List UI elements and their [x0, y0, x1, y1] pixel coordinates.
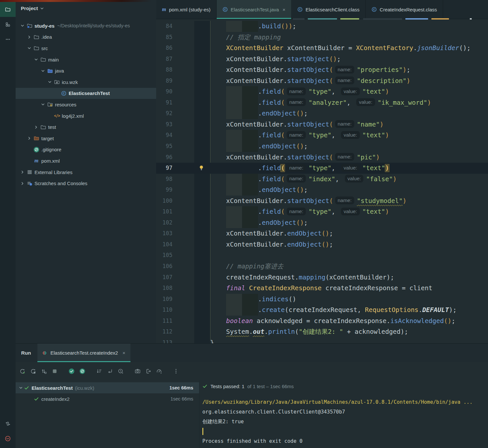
tree-item[interactable]: resources: [16, 99, 156, 110]
code-line[interactable]: 93xContentBuilder.startObject(name:"name…: [156, 119, 488, 130]
code-line[interactable]: 103xContentBuilder.endObject();: [156, 228, 488, 239]
code-line[interactable]: 96xContentBuilder.startObject(name:"pic"…: [156, 152, 488, 163]
screenshot-icon[interactable]: [134, 367, 142, 375]
gutter[interactable]: 106: [156, 261, 194, 272]
code-line[interactable]: 102.endObject();: [156, 217, 488, 228]
chevron-right-icon[interactable]: [33, 125, 40, 130]
code-line[interactable]: 85// 指定 mapping: [156, 32, 488, 43]
editor-tab[interactable]: CElasticsearchTest.java×: [217, 0, 291, 19]
code-line[interactable]: 91.field(name:"analyzer", value:"ik_max_…: [156, 97, 488, 108]
close-icon[interactable]: ×: [282, 7, 285, 12]
code-line[interactable]: 97.field(name:"type", value:"text"): [156, 163, 488, 174]
code-line[interactable]: 112System.out.println("创建结果2: " + acknow…: [156, 326, 488, 337]
tree-item[interactable]: java: [16, 65, 156, 76]
gutter[interactable]: 97: [156, 163, 194, 174]
tree-item[interactable]: test: [16, 121, 156, 133]
gutter[interactable]: 88: [156, 64, 194, 75]
code-line[interactable]: 110.create(createIndexRequest, RequestOp…: [156, 305, 488, 316]
chevron-right-icon[interactable]: [26, 34, 33, 40]
gutter[interactable]: 94: [156, 130, 194, 141]
chevron-down-icon[interactable]: [19, 23, 26, 28]
editor-area[interactable]: mpom.xml (study-es)CElasticsearchTest.ja…: [156, 0, 488, 343]
rerun-tests-icon[interactable]: [19, 367, 26, 375]
code-line[interactable]: 107createIndexRequest.mapping(xContentBu…: [156, 272, 488, 283]
gutter[interactable]: 99: [156, 184, 194, 196]
intention-bulb-icon[interactable]: [198, 165, 204, 171]
chevron-down-icon[interactable]: [39, 68, 47, 74]
editor-tab[interactable]: CCreateIndexRequest.class: [366, 0, 443, 19]
gutter[interactable]: 107: [156, 272, 194, 283]
project-panel-header[interactable]: Project: [16, 0, 156, 17]
tree-item[interactable]: Scratches and Consoles: [16, 178, 156, 189]
tree-item[interactable]: </>log4j2.xml: [16, 110, 156, 122]
gutter[interactable]: 100: [156, 196, 194, 207]
more-options-icon[interactable]: [172, 367, 180, 375]
sort-by-duration-icon[interactable]: [95, 367, 103, 375]
gutter[interactable]: 104: [156, 239, 194, 250]
test-result-row[interactable]: createIndex21sec 66ms: [16, 393, 199, 404]
gutter[interactable]: 93: [156, 119, 194, 130]
code-line[interactable]: 99.endObject();: [156, 184, 488, 196]
code-line[interactable]: 89xContentBuilder.startObject(name:"desc…: [156, 75, 488, 87]
code-line[interactable]: 95.endObject();: [156, 141, 488, 152]
tree-item[interactable]: target: [16, 133, 156, 144]
close-icon[interactable]: ×: [123, 350, 126, 356]
test-result-row[interactable]: ElasticsearchTest(icu.wzk)1sec 66ms: [16, 382, 199, 393]
code-line[interactable]: 86XContentBuilder xContentBuilder = XCon…: [156, 43, 488, 54]
code-line[interactable]: 104xContentBuilder.endObject();: [156, 239, 488, 250]
code-line[interactable]: 87xContentBuilder.startObject();: [156, 54, 488, 65]
run-config-tab[interactable]: ElasticsearchTest.createIndex2 ×: [37, 344, 130, 362]
tree-item[interactable]: icu.wzk: [16, 76, 156, 88]
gutter[interactable]: 91: [156, 97, 194, 108]
import-tests-icon[interactable]: [144, 367, 152, 375]
gutter[interactable]: 87: [156, 54, 194, 65]
gutter[interactable]: 109: [156, 294, 194, 305]
code-line[interactable]: 94.field(name:"type", value:"text"): [156, 130, 488, 141]
code-line[interactable]: 100xContentBuilder.startObject(name:"stu…: [156, 196, 488, 207]
gutter[interactable]: 112: [156, 326, 194, 337]
chevron-down-icon[interactable]: [46, 79, 53, 85]
more-tool-windows-icon[interactable]: [0, 32, 16, 47]
project-tool-icon[interactable]: [0, 2, 16, 17]
code-line[interactable]: 84.build());: [156, 21, 488, 32]
chevron-down-icon[interactable]: [26, 46, 33, 51]
gutter[interactable]: 90: [156, 86, 194, 97]
tree-item[interactable]: External Libraries: [16, 167, 156, 178]
gutter[interactable]: 105: [156, 250, 194, 261]
tree-item[interactable]: mpom.xml: [16, 155, 156, 167]
coverage-icon[interactable]: [155, 367, 163, 375]
gutter[interactable]: 103: [156, 228, 194, 239]
gutter[interactable]: 89: [156, 75, 194, 87]
gutter[interactable]: 95: [156, 141, 194, 152]
tree-item[interactable]: study-es~/Desktop/intellij/study-es/stud…: [16, 20, 156, 32]
code-line[interactable]: 108final CreateIndexResponse createIndex…: [156, 283, 488, 294]
gutter[interactable]: 92: [156, 108, 194, 119]
chevron-down-icon[interactable]: [39, 102, 47, 107]
gutter[interactable]: 84: [156, 21, 194, 32]
chevron-right-icon[interactable]: [19, 181, 26, 186]
gutter[interactable]: 96: [156, 152, 194, 163]
code-line[interactable]: 111boolean acknowledged = createIndexRes…: [156, 316, 488, 327]
code-line[interactable]: 92.endObject();: [156, 108, 488, 119]
tree-item[interactable]: .idea: [16, 32, 156, 43]
tree-item[interactable]: CElasticsearchTest: [16, 88, 156, 99]
gutter[interactable]: 102: [156, 217, 194, 228]
gutter[interactable]: 110: [156, 305, 194, 316]
gutter[interactable]: 98: [156, 174, 194, 185]
code-line[interactable]: 98.field(name:"index", value:"false"): [156, 174, 488, 185]
test-history-icon[interactable]: [117, 367, 125, 375]
chevron-down-icon[interactable]: [18, 385, 23, 390]
editor-tab[interactable]: CElasticsearchClient.class: [291, 0, 366, 19]
code-line[interactable]: 109.indices(): [156, 294, 488, 305]
toggle-auto-test-icon[interactable]: [40, 367, 48, 375]
console-pane[interactable]: Tests passed: 1 of 1 test – 1sec 66ms /U…: [202, 380, 488, 448]
rerun-failed-tests-icon[interactable]: [29, 367, 37, 375]
profiler-tool-icon[interactable]: [0, 431, 16, 446]
code-editor[interactable]: 84.build());85// 指定 mapping86XContentBui…: [156, 21, 488, 343]
structure-tool-icon[interactable]: [0, 17, 16, 32]
gutter[interactable]: 101: [156, 206, 194, 217]
show-passed-icon[interactable]: [68, 367, 75, 375]
tree-item[interactable]: src: [16, 43, 156, 54]
code-line[interactable]: 106// mapping塞进去: [156, 261, 488, 272]
code-line[interactable]: 105: [156, 250, 488, 261]
